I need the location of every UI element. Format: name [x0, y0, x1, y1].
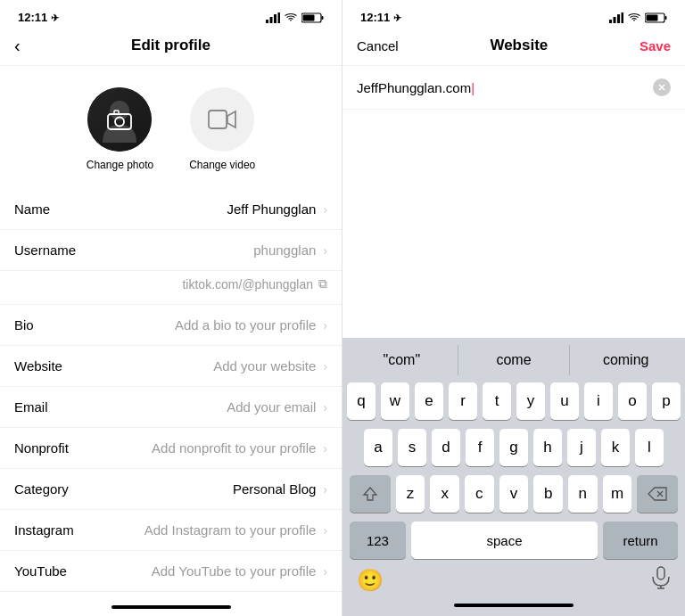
svg-rect-1	[270, 17, 273, 23]
right-home-indicator	[454, 604, 574, 607]
key-w[interactable]: w	[381, 382, 409, 420]
key-f[interactable]: f	[466, 429, 494, 466]
signal-icon	[266, 12, 280, 23]
svg-rect-2	[274, 14, 276, 23]
svg-rect-13	[614, 17, 616, 23]
website-input-row: JeffPhungglan.com|	[342, 66, 685, 110]
change-video-item[interactable]: Change video	[189, 87, 255, 171]
fields-list: Name Jeff Phungglan › Username phungglan…	[0, 189, 342, 592]
key-c[interactable]: c	[465, 475, 494, 513]
wifi-icon	[284, 12, 298, 23]
svg-rect-14	[617, 14, 620, 23]
svg-rect-12	[609, 20, 612, 23]
key-j[interactable]: j	[567, 429, 596, 466]
svg-rect-8	[108, 114, 131, 129]
key-s[interactable]: s	[398, 429, 426, 466]
key-z[interactable]: z	[396, 475, 425, 513]
field-youtube[interactable]: YouTube Add YouTube to your profile ›	[0, 551, 342, 592]
key-row-bottom: 123 space return	[350, 522, 678, 559]
microphone-button[interactable]	[651, 566, 671, 595]
keyboard-spacer	[342, 110, 685, 338]
right-battery-icon	[645, 12, 667, 23]
clear-input-button[interactable]	[653, 78, 671, 96]
field-instagram[interactable]: Instagram Add Instagram to your profile …	[0, 510, 342, 551]
key-n[interactable]: n	[568, 475, 598, 513]
key-b[interactable]: b	[533, 475, 563, 513]
delete-icon	[648, 487, 667, 501]
key-row-2: a s d f g h j k l	[350, 429, 678, 466]
key-t[interactable]: t	[483, 382, 511, 420]
video-circle[interactable]	[190, 87, 254, 152]
key-h[interactable]: h	[533, 429, 562, 466]
key-o[interactable]: o	[618, 382, 647, 420]
right-status-icons	[609, 12, 667, 23]
field-category[interactable]: Category Personal Blog ›	[0, 469, 342, 510]
field-username[interactable]: Username phungglan ›	[0, 230, 342, 271]
clear-icon	[657, 83, 666, 92]
back-button[interactable]: ‹	[14, 36, 21, 56]
key-m[interactable]: m	[603, 475, 632, 513]
autocomplete-coming[interactable]: coming	[570, 345, 681, 375]
video-icon	[208, 108, 236, 131]
left-nav-header: ‹ Edit profile	[0, 29, 342, 66]
left-status-icons	[266, 12, 324, 23]
website-input-display[interactable]: JeffPhungglan.com|	[357, 80, 646, 95]
shift-key[interactable]	[350, 475, 391, 513]
key-u[interactable]: u	[550, 382, 579, 420]
key-e[interactable]: e	[415, 382, 443, 420]
change-photo-item[interactable]: Change photo	[87, 87, 153, 171]
key-i[interactable]: i	[584, 382, 613, 420]
svg-rect-6	[303, 14, 315, 21]
cancel-button[interactable]: Cancel	[357, 38, 399, 53]
camera-icon	[107, 109, 132, 130]
copy-icon[interactable]: ⧉	[318, 276, 327, 292]
right-page-title: Website	[490, 37, 548, 54]
save-button[interactable]: Save	[640, 38, 671, 53]
key-g[interactable]: g	[499, 429, 528, 466]
key-row-1: q w e r t y u i o p	[350, 382, 678, 420]
field-website[interactable]: Website Add your website ›	[0, 346, 342, 387]
right-nav-header: Cancel Website Save	[342, 29, 685, 66]
svg-rect-17	[665, 16, 667, 20]
field-nonprofit[interactable]: Nonprofit Add nonprofit to your profile …	[0, 428, 342, 469]
svg-rect-15	[622, 12, 624, 23]
delete-key[interactable]	[637, 475, 678, 513]
left-home-indicator	[111, 605, 231, 609]
right-signal-icon	[609, 12, 623, 23]
keyboard: "com" come coming q w e r t y u i o p a	[342, 338, 685, 616]
keyboard-rows: q w e r t y u i o p a s d f g h j	[346, 382, 681, 559]
field-bio[interactable]: Bio Add a bio to your profile ›	[0, 305, 342, 346]
space-key[interactable]: space	[411, 522, 598, 559]
right-panel: 12:11 ✈ Cancel Websi	[342, 0, 685, 616]
key-l[interactable]: l	[635, 429, 664, 466]
key-x[interactable]: x	[430, 475, 459, 513]
emoji-button[interactable]: 🙂	[357, 568, 384, 593]
key-r[interactable]: r	[449, 382, 477, 420]
key-p[interactable]: p	[652, 382, 681, 420]
left-page-title: Edit profile	[131, 37, 210, 54]
key-v[interactable]: v	[499, 475, 529, 513]
change-photo-label: Change photo	[87, 159, 153, 171]
svg-rect-0	[266, 20, 268, 23]
autocomplete-com[interactable]: "com"	[346, 345, 458, 375]
field-email[interactable]: Email Add your email ›	[0, 387, 342, 428]
autocomplete-come[interactable]: come	[458, 345, 571, 375]
numbers-key[interactable]: 123	[350, 522, 406, 559]
right-wifi-icon	[627, 12, 641, 23]
return-key[interactable]: return	[603, 522, 678, 559]
svg-rect-23	[657, 567, 664, 579]
key-a[interactable]: a	[364, 429, 392, 466]
left-time: 12:11 ✈	[18, 11, 59, 24]
key-y[interactable]: y	[516, 382, 545, 420]
key-d[interactable]: d	[432, 429, 460, 466]
right-status-bar: 12:11 ✈	[342, 0, 685, 29]
battery-icon	[301, 12, 324, 23]
camera-icon-bg	[87, 87, 152, 152]
photo-circle[interactable]	[87, 87, 152, 152]
key-q[interactable]: q	[347, 382, 376, 420]
field-name[interactable]: Name Jeff Phungglan ›	[0, 189, 342, 230]
change-video-label: Change video	[189, 159, 255, 171]
key-k[interactable]: k	[601, 429, 630, 466]
svg-point-9	[115, 118, 124, 127]
tiktok-link-row: tiktok.com/@phungglan ⧉	[0, 271, 342, 305]
